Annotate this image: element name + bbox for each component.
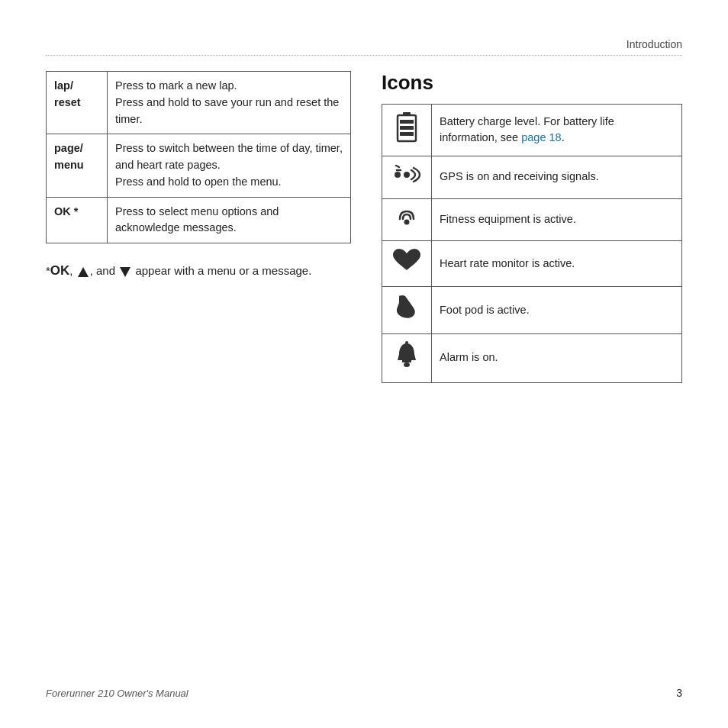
table-cell-key: OK * xyxy=(47,197,108,243)
note-text: *OK, , and appear with a menu or a messa… xyxy=(46,260,351,281)
svg-point-9 xyxy=(404,219,410,224)
gps-icon-cell xyxy=(382,156,432,198)
table-cell-key: lap/reset xyxy=(47,72,108,134)
alarm-icon-cell xyxy=(382,333,432,382)
table-row: page/menu Press to switch between the ti… xyxy=(47,134,351,197)
arrow-down-icon xyxy=(118,264,132,277)
alarm-icon xyxy=(393,361,420,373)
buttons-table: lap/reset Press to mark a new lap.Press … xyxy=(46,71,351,243)
heart-icon-cell xyxy=(382,241,432,287)
battery-description: Battery charge level. For battery life i… xyxy=(432,105,682,156)
footpod-description: Foot pod is active. xyxy=(432,287,682,334)
gps-icon xyxy=(390,177,424,189)
svg-rect-1 xyxy=(403,112,411,116)
manual-title: Forerunner 210 Owner's Manual xyxy=(46,688,188,699)
battery-icon-cell xyxy=(382,105,432,156)
svg-point-5 xyxy=(404,172,410,178)
right-column: Icons xyxy=(382,71,682,383)
table-row: Alarm is on. xyxy=(382,333,682,382)
battery-icon xyxy=(395,134,419,147)
page-footer: Forerunner 210 Owner's Manual 3 xyxy=(46,687,682,699)
footpod-icon xyxy=(393,312,420,324)
table-row: lap/reset Press to mark a new lap.Press … xyxy=(47,72,351,134)
page-container: Introduction lap/reset Press to mark a n… xyxy=(0,0,728,728)
heart-description: Heart rate monitor is active. xyxy=(432,241,682,287)
svg-rect-10 xyxy=(402,360,411,362)
table-row: OK * Press to select menu options and ac… xyxy=(47,197,351,243)
left-column: lap/reset Press to mark a new lap.Press … xyxy=(46,71,351,383)
svg-line-6 xyxy=(396,166,399,167)
header-title: Introduction xyxy=(627,38,682,50)
table-cell-value: Press to mark a new lap.Press and hold t… xyxy=(108,72,351,134)
note-suffix: appear with a menu or a message. xyxy=(135,264,311,277)
fitness-icon xyxy=(390,220,424,232)
icons-heading: Icons xyxy=(382,71,682,95)
svg-point-11 xyxy=(404,362,410,367)
page-number: 3 xyxy=(676,687,682,699)
table-row: Fitness equipment is active. xyxy=(382,198,682,241)
table-row: Heart rate monitor is active. xyxy=(382,241,682,287)
page-18-link[interactable]: page 18 xyxy=(521,131,561,143)
note-and: and xyxy=(96,264,115,277)
svg-rect-12 xyxy=(405,341,408,344)
icons-table: Battery charge level. For battery life i… xyxy=(382,104,682,383)
svg-rect-2 xyxy=(400,120,414,124)
table-cell-value: Press to select menu options and acknowl… xyxy=(108,197,351,243)
svg-rect-4 xyxy=(400,132,414,136)
table-cell-value: Press to switch between the time of day,… xyxy=(108,134,351,197)
fitness-description: Fitness equipment is active. xyxy=(432,198,682,241)
heart-icon xyxy=(391,265,422,277)
svg-point-8 xyxy=(395,172,401,178)
gps-description: GPS is on and receiving signals. xyxy=(432,156,682,198)
table-row: Battery charge level. For battery life i… xyxy=(382,105,682,156)
arrow-up-icon xyxy=(76,264,90,277)
page-header: Introduction xyxy=(46,38,682,56)
table-cell-key: page/menu xyxy=(47,134,108,197)
main-content: lap/reset Press to mark a new lap.Press … xyxy=(46,71,682,383)
note-ok: OK xyxy=(50,263,70,278)
footpod-icon-cell xyxy=(382,287,432,334)
table-row: Foot pod is active. xyxy=(382,287,682,334)
table-row: GPS is on and receiving signals. xyxy=(382,156,682,198)
alarm-description: Alarm is on. xyxy=(432,333,682,382)
svg-rect-3 xyxy=(400,126,414,130)
fitness-icon-cell xyxy=(382,198,432,241)
